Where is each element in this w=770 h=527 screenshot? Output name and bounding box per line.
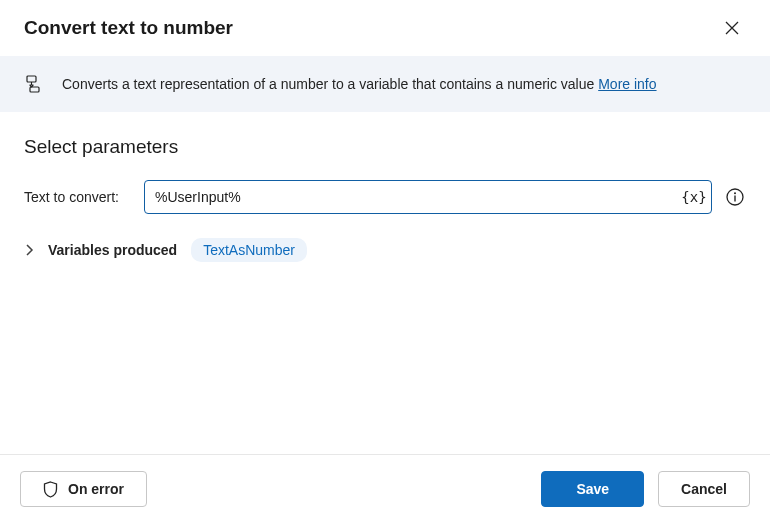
variables-produced-row: Variables produced TextAsNumber (24, 238, 746, 262)
close-icon (725, 21, 739, 35)
cancel-button[interactable]: Cancel (658, 471, 750, 507)
chevron-right-icon (24, 244, 34, 256)
section-heading: Select parameters (24, 136, 746, 158)
param-label-text-to-convert: Text to convert: (24, 189, 132, 205)
svg-rect-1 (30, 87, 39, 92)
save-label: Save (576, 481, 609, 497)
save-button[interactable]: Save (541, 471, 644, 507)
action-icon (24, 74, 44, 94)
close-button[interactable] (718, 14, 746, 42)
footer-right: Save Cancel (541, 471, 750, 507)
variable-chip-textasnumber[interactable]: TextAsNumber (191, 238, 307, 262)
svg-point-3 (734, 192, 736, 194)
banner-text: Converts a text representation of a numb… (62, 76, 657, 92)
more-info-link[interactable]: More info (598, 76, 656, 92)
variables-produced-label: Variables produced (48, 242, 177, 258)
text-to-convert-input[interactable] (144, 180, 712, 214)
shield-icon (43, 481, 58, 498)
svg-rect-4 (734, 196, 735, 202)
dialog-content: Select parameters Text to convert: {x} V… (0, 112, 770, 454)
dialog-titlebar: Convert text to number (0, 0, 770, 56)
on-error-button[interactable]: On error (20, 471, 147, 507)
svg-rect-0 (27, 76, 36, 82)
info-icon (726, 188, 744, 206)
dialog-footer: On error Save Cancel (0, 454, 770, 527)
cancel-label: Cancel (681, 481, 727, 497)
info-button[interactable] (724, 186, 746, 208)
param-text-to-convert: Text to convert: {x} (24, 180, 746, 214)
dialog-title: Convert text to number (24, 17, 233, 39)
on-error-label: On error (68, 481, 124, 497)
expand-variables-button[interactable] (24, 244, 34, 256)
insert-variable-button[interactable]: {x} (682, 185, 706, 209)
input-wrap-text-to-convert: {x} (144, 180, 712, 214)
info-banner: Converts a text representation of a numb… (0, 56, 770, 112)
banner-description: Converts a text representation of a numb… (62, 76, 598, 92)
